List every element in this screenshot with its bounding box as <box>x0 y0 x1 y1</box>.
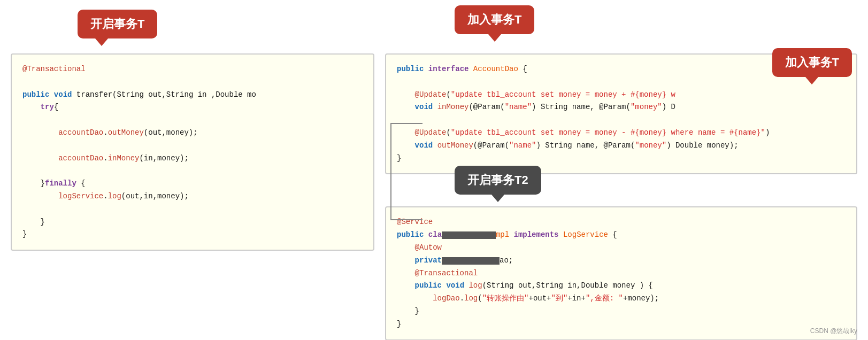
left-panel: @Transactional public void transfer(Stri… <box>11 53 374 335</box>
right-bottom-section: @Service public cla mpl implements LogSe… <box>385 185 857 340</box>
right-bottom-code-box: @Service public cla mpl implements LogSe… <box>385 206 857 340</box>
bubble-start-transaction-t: 开启事务T <box>78 10 157 38</box>
bubble-start-transaction-t2: 开启事务T2 <box>455 166 541 195</box>
connector-bottom-h <box>390 219 423 220</box>
left-code: @Transactional public void transfer(Stri… <box>22 63 363 241</box>
bubble-join-transaction-t-2: 加入事务T <box>772 48 852 77</box>
left-code-box: @Transactional public void transfer(Stri… <box>11 53 374 251</box>
connector-vertical <box>390 123 391 219</box>
right-panel: 加入事务T 加入事务T public interface AccountDao … <box>385 11 857 335</box>
watermark: CSDN @悠哉iky <box>810 327 857 336</box>
right-bottom-code: @Service public cla mpl implements LogSe… <box>397 216 846 330</box>
main-container: 开启事务T @Transactional public void transfe… <box>0 0 868 340</box>
right-top-code: public interface AccountDao { @Update("u… <box>397 63 846 165</box>
bubble-join-transaction-t-1: 加入事务T <box>455 5 534 34</box>
connector-top-h <box>390 123 423 124</box>
